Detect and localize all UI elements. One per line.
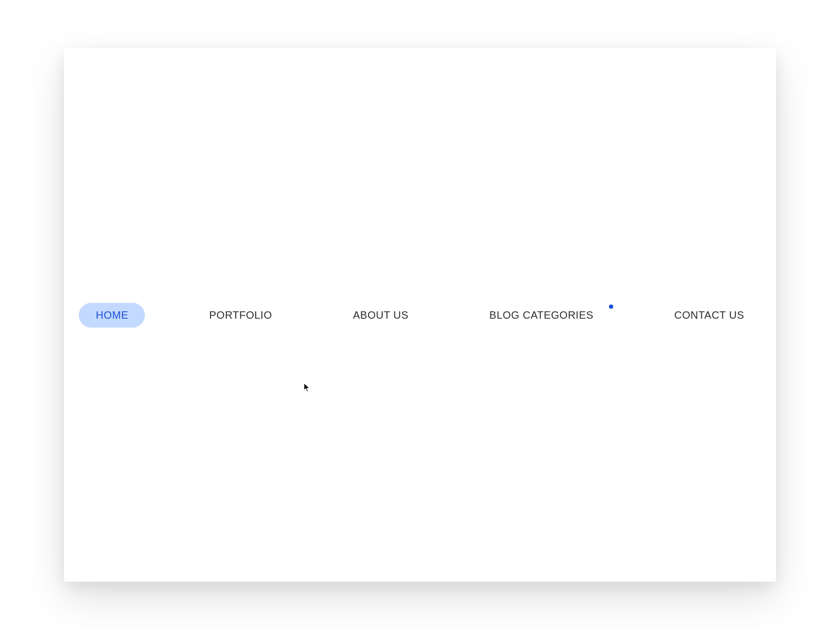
app-canvas: HOME PORTFOLIO ABOUT US BLOG CATEGORIES …	[64, 48, 776, 582]
nav-item-home[interactable]: HOME	[79, 303, 145, 328]
nav-item-blog-categories[interactable]: BLOG CATEGORIES	[472, 303, 610, 328]
nav-item-portfolio[interactable]: PORTFOLIO	[192, 303, 289, 328]
main-nav: HOME PORTFOLIO ABOUT US BLOG CATEGORIES …	[79, 303, 761, 328]
cursor-icon	[303, 383, 311, 392]
nav-item-label: CONTACT US	[674, 309, 744, 321]
nav-item-label: BLOG CATEGORIES	[489, 309, 593, 321]
notification-dot-icon	[609, 304, 613, 309]
nav-item-about-us[interactable]: ABOUT US	[336, 303, 425, 328]
nav-item-label: HOME	[96, 309, 128, 321]
nav-item-contact-us[interactable]: CONTACT US	[657, 303, 761, 328]
nav-item-label: PORTFOLIO	[209, 309, 272, 321]
nav-item-label: ABOUT US	[353, 309, 408, 321]
